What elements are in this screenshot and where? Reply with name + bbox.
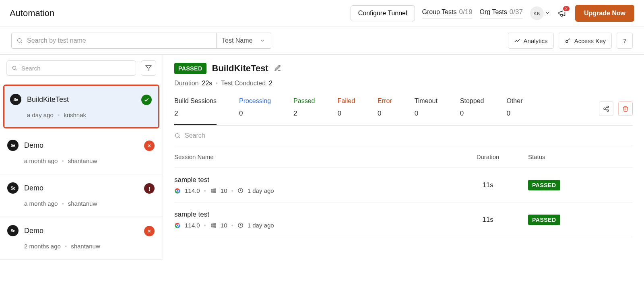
main-area: SeBuildKiteTesta day ago•krishnakSeDemoa… — [0, 55, 644, 260]
session-search-input[interactable] — [185, 132, 633, 139]
search-type-value: Test Name — [222, 37, 252, 44]
svg-point-0 — [18, 39, 21, 42]
x-icon — [147, 143, 152, 148]
search-type-select[interactable]: Test Name — [216, 33, 271, 49]
group-tests-progress — [422, 18, 473, 19]
help-button[interactable]: ? — [617, 33, 633, 49]
tab-actions — [599, 101, 633, 116]
session-row[interactable]: sample test114.0•10•1 day ago11sPASSED — [174, 168, 633, 202]
group-tests-counter: Group Tests 0/19 — [422, 8, 473, 19]
group-tests-label: Group Tests — [422, 8, 457, 16]
check-icon — [144, 97, 149, 103]
tab[interactable]: Failed0 — [337, 97, 355, 124]
windows-icon — [210, 222, 217, 229]
build-meta: 2 months ago•shantanuw — [24, 243, 155, 250]
search-icon — [12, 65, 17, 71]
chrome-icon — [174, 222, 181, 229]
build-meta: a month ago•shantanuw — [24, 200, 155, 207]
tab-label: Error — [378, 97, 392, 105]
session-duration: 11s — [448, 216, 528, 224]
conducted-label: Test Conducted — [221, 80, 266, 87]
build-item[interactable]: SeDemoa month ago•shantanuw — [0, 132, 163, 174]
access-key-button[interactable]: Access Key — [559, 33, 612, 49]
build-age: 2 months ago — [24, 243, 61, 250]
sidebar-search-input[interactable] — [21, 65, 131, 72]
tab-label: Stopped — [460, 97, 484, 105]
build-item[interactable]: SeDemo2 months ago•shantanuw — [0, 217, 163, 260]
tab[interactable]: Passed2 — [293, 97, 315, 124]
subbar-left: Test Name — [11, 33, 271, 49]
separator: • — [231, 187, 233, 194]
build-age: a day ago — [27, 112, 54, 118]
status-badge: PASSED — [174, 63, 206, 74]
session-name: sample test — [174, 176, 448, 184]
sidebar-search[interactable] — [6, 60, 136, 76]
svg-line-13 — [605, 109, 607, 110]
content-title: BuildKiteTest — [212, 63, 268, 74]
chevron-down-icon — [545, 10, 550, 17]
svg-marker-5 — [146, 66, 151, 70]
build-item[interactable]: SeDemo!a month ago•shantanuw — [0, 174, 163, 217]
user-menu[interactable]: KK — [530, 6, 550, 20]
col-header-duration: Duration — [448, 153, 528, 160]
separator: • — [62, 200, 64, 207]
filter-button[interactable] — [141, 60, 156, 76]
tab[interactable]: Other0 — [506, 97, 522, 124]
tab[interactable]: Timeout0 — [415, 97, 438, 124]
content: PASSED BuildKiteTest Duration 22s • Test… — [163, 55, 644, 260]
build-age: a month ago — [24, 157, 58, 164]
svg-point-10 — [607, 106, 609, 107]
build-user: shantanuw — [71, 243, 100, 250]
tab-label: Failed — [337, 97, 355, 105]
session-status-badge: PASSED — [528, 180, 560, 190]
tab[interactable]: Processing0 — [239, 97, 271, 124]
svg-point-23 — [177, 224, 178, 226]
separator: • — [231, 222, 233, 229]
session-status-badge: PASSED — [528, 215, 560, 225]
os-version: 10 — [221, 222, 227, 229]
svg-point-19 — [177, 190, 178, 191]
analytics-label: Analytics — [524, 37, 548, 44]
tab[interactable]: Build Sessions2 — [174, 97, 217, 125]
upgrade-button[interactable]: Upgrade Now — [575, 5, 634, 22]
selenium-icon: Se — [7, 140, 19, 151]
delete-button[interactable] — [618, 101, 633, 116]
trash-icon — [622, 105, 629, 112]
svg-line-14 — [605, 107, 607, 108]
selenium-icon: Se — [10, 94, 21, 105]
session-name: sample test — [174, 211, 448, 219]
share-button[interactable] — [599, 101, 613, 116]
build-status-dot — [144, 226, 155, 236]
edit-button[interactable] — [274, 64, 281, 73]
configure-tunnel-button[interactable]: Configure Tunnel — [351, 5, 415, 21]
org-tests-value: 0/37 — [510, 8, 523, 16]
main-search[interactable] — [11, 33, 217, 49]
build-age: a month ago — [24, 200, 58, 207]
duration-label: Duration — [174, 80, 198, 87]
selenium-icon: Se — [7, 182, 19, 194]
tab[interactable]: Error0 — [378, 97, 392, 124]
tab-value: 0 — [415, 110, 438, 118]
main-search-input[interactable] — [27, 37, 211, 44]
session-row[interactable]: sample test114.0•10•1 day ago11sPASSED — [174, 202, 633, 237]
tab[interactable]: Stopped0 — [460, 97, 484, 124]
tab-value: 0 — [337, 110, 355, 118]
avatar: KK — [530, 6, 544, 20]
svg-point-12 — [607, 110, 609, 112]
build-item[interactable]: SeBuildKiteTesta day ago•krishnak — [3, 85, 159, 128]
notifications-button[interactable]: 2 — [557, 8, 568, 19]
sidebar-search-row — [0, 60, 163, 81]
notification-badge: 2 — [562, 5, 570, 12]
analytics-button[interactable]: Analytics — [508, 33, 554, 49]
access-key-label: Access Key — [574, 37, 606, 44]
tab-value: 0 — [378, 110, 392, 118]
org-tests-label: Org Tests — [480, 8, 507, 16]
build-name: Demo — [24, 141, 43, 150]
session-search[interactable] — [174, 126, 633, 146]
build-name: Demo — [24, 227, 43, 235]
exclamation-icon: ! — [149, 185, 151, 192]
group-tests-value: 0/19 — [459, 8, 473, 16]
svg-point-11 — [604, 108, 605, 110]
build-meta: a day ago•krishnak — [27, 112, 153, 118]
col-header-status: Status — [528, 153, 633, 160]
